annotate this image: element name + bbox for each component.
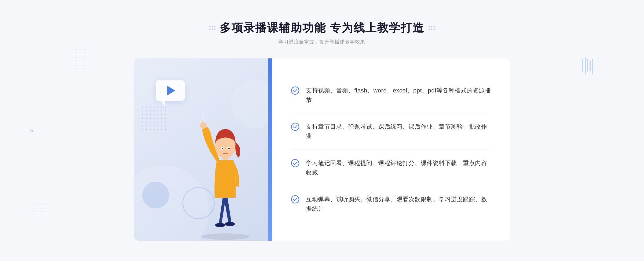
- svg-point-0: [201, 233, 250, 240]
- illus-dot-matrix: [142, 107, 167, 131]
- svg-point-2: [225, 222, 235, 226]
- bg-circle-small: [142, 182, 169, 208]
- check-icon-3: [291, 159, 299, 167]
- feature-text-2: 支持章节目录、弹题考试、课后练习、课后作业、章节测验、批改作业: [306, 122, 491, 141]
- svg-point-15: [291, 123, 299, 130]
- svg-point-10: [228, 148, 230, 149]
- feature-text-4: 互动弹幕、试听购买、微信分享、观看次数限制、学习进度跟踪、数据统计: [306, 195, 491, 213]
- accent-bar: [268, 58, 272, 241]
- deco-circle-bottom-left: [182, 187, 215, 219]
- sub-title: 学习进度全掌握，提升录播课教学效果: [209, 39, 435, 45]
- dot-pattern-bottom-left: [32, 202, 48, 218]
- svg-point-1: [215, 223, 225, 227]
- play-bubble-body: [156, 80, 185, 101]
- chevron-left-icon: »: [30, 126, 34, 135]
- title-row: 多项录播课辅助功能 专为线上教学打造: [209, 20, 435, 35]
- check-icon-4: [291, 195, 299, 204]
- check-icon-1: [291, 86, 299, 95]
- svg-line-12: [196, 113, 201, 123]
- page-wrapper: » 多项录播课辅助功能 专为线上教学打造 学习进度全掌握，提升录播课教学效果: [0, 0, 644, 261]
- feature-item-3: 学习笔记回看、课程提问、课程评论打分、课件资料下载，重点内容收藏: [291, 150, 491, 186]
- main-title: 多项录播课辅助功能 专为线上教学打造: [220, 20, 424, 35]
- play-bubble-tail: [161, 101, 165, 106]
- dot-pattern-top-left: [70, 48, 91, 70]
- svg-line-13: [206, 110, 208, 122]
- feature-item-1: 支持视频、音频、flash、word、excel、ppt、pdf等各种格式的资源…: [291, 77, 491, 113]
- play-icon: [167, 86, 175, 95]
- feature-item-4: 互动弹幕、试听购买、微信分享、观看次数限制、学习进度跟踪、数据统计: [291, 186, 491, 222]
- features-panel: 支持视频、音频、flash、word、excel、ppt、pdf等各种格式的资源…: [272, 58, 510, 241]
- play-bubble: [156, 80, 188, 107]
- feature-text-1: 支持视频、音频、flash、word、excel、ppt、pdf等各种格式的资源…: [306, 86, 491, 105]
- svg-point-16: [291, 159, 299, 167]
- feature-item-2: 支持章节目录、弹题考试、课后练习、课后作业、章节测验、批改作业: [291, 113, 491, 150]
- svg-point-17: [291, 196, 299, 203]
- svg-line-11: [203, 109, 203, 122]
- svg-point-14: [291, 87, 299, 94]
- check-icon-2: [291, 122, 299, 131]
- header-section: 多项录播课辅助功能 专为线上教学打造 学习进度全掌握，提升录播课教学效果: [209, 20, 435, 45]
- deco-lines-right: [582, 59, 593, 74]
- content-area: 支持视频、音频、flash、word、excel、ppt、pdf等各种格式的资源…: [134, 58, 510, 241]
- title-dots-right: [429, 26, 435, 30]
- title-dots-left: [209, 26, 215, 30]
- feature-text-3: 学习笔记回看、课程提问、课程评论打分、课件资料下载，重点内容收藏: [306, 158, 491, 177]
- svg-point-9: [222, 148, 223, 149]
